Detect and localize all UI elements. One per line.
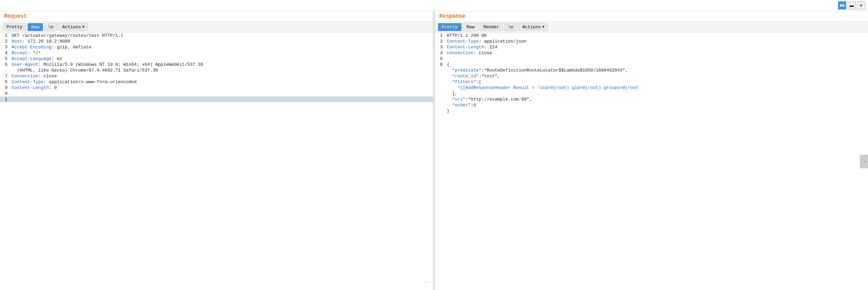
table-row: 9 Content-Length: 0 [0,85,433,91]
table-row: ], [435,91,868,96]
request-actions-btn[interactable]: Actions ▼ [59,23,88,31]
table-row: 2 Content-Type: application/json [435,39,868,44]
horizontal-view-btn[interactable]: ▬ [848,1,856,10]
chevron-down-icon: ▼ [82,25,84,29]
table-row: 6 User-Agent: Mozilla/5.0 (Windows NT 10… [0,62,433,67]
table-row: “predicate”:“RouteDefinitionRouteLocator… [435,67,868,73]
split-view-btn[interactable]: ■■ [838,1,846,10]
table-row: 0 [0,91,433,96]
table-row: (KHTML, like Gecko) Chrome/97.0.4692.71 … [0,67,433,73]
table-row: “[[AddResponseHeader Result = 'uid=0(roo… [435,85,868,91]
table-row: 3 Content-Length: 224 [435,44,868,50]
next-arrow-btn[interactable]: → [860,155,868,168]
response-content[interactable]: 1 HTTP/1.1 200 OK 2 Content-Type: applic… [435,33,868,290]
table-row: “route_id”:“test”, [435,73,868,79]
table-row: 7 Connection: close [0,73,433,79]
response-pretty-btn[interactable]: Pretty [438,23,461,31]
request-raw-btn[interactable]: Raw [28,23,43,31]
table-row: “order”:0 [435,102,868,108]
request-code-table: 1 GET /actuator/gateway/routes/test HTTP… [0,33,433,102]
request-title: Request [0,11,433,21]
request-content[interactable]: 1 GET /actuator/gateway/routes/test HTTP… [0,33,433,290]
top-bar: ■■ ▬ ✕ [0,0,868,11]
response-raw-btn[interactable]: Raw [463,23,478,31]
table-row: 3 Accept-Encoding: gzip, deflate [0,44,433,50]
table-row: 4 Accept: */* [0,50,433,56]
panels-container: Request Pretty Raw \n Actions ▼ 1 GET /a… [0,11,868,290]
close-view-btn[interactable]: ✕ [857,1,865,10]
table-row: 5 Accept-Language: en [0,56,433,62]
response-panel: Response Pretty Raw Render \n Actions ▼ … [435,11,868,290]
table-row: } [435,108,868,114]
chevron-down-icon: ▼ [542,25,544,29]
response-actions-btn[interactable]: Actions ▼ [519,23,548,31]
response-code-table: 1 HTTP/1.1 200 OK 2 Content-Type: applic… [435,33,868,114]
request-panel: Request Pretty Raw \n Actions ▼ 1 GET /a… [0,11,433,290]
table-row: 6 { [435,62,868,67]
request-newline-btn[interactable]: \n [44,23,57,31]
table-row: “filters”:[ [435,79,868,85]
table-row: 4 connection: close [435,50,868,56]
table-row: “uri”:“http://example.com:80”, [435,96,868,102]
table-row: 2 Host: 172.20.10.2:8080 [0,39,433,44]
request-pretty-btn[interactable]: Pretty [3,23,26,31]
table-row: 1 HTTP/1.1 200 OK [435,33,868,39]
resize-dots: ⋮ [423,278,431,286]
table-row: 1 GET /actuator/gateway/routes/test HTTP… [0,33,433,39]
table-row: 5 [435,56,868,62]
response-title: Response [435,11,868,21]
request-toolbar: Pretty Raw \n Actions ▼ [0,21,433,33]
table-row: 8 Content-Type: application/x-www-form-u… [0,79,433,85]
response-toolbar: Pretty Raw Render \n Actions ▼ [435,21,868,33]
response-render-btn[interactable]: Render [480,23,503,31]
table-row: 1 [0,96,433,102]
response-newline-btn[interactable]: \n [504,23,517,31]
